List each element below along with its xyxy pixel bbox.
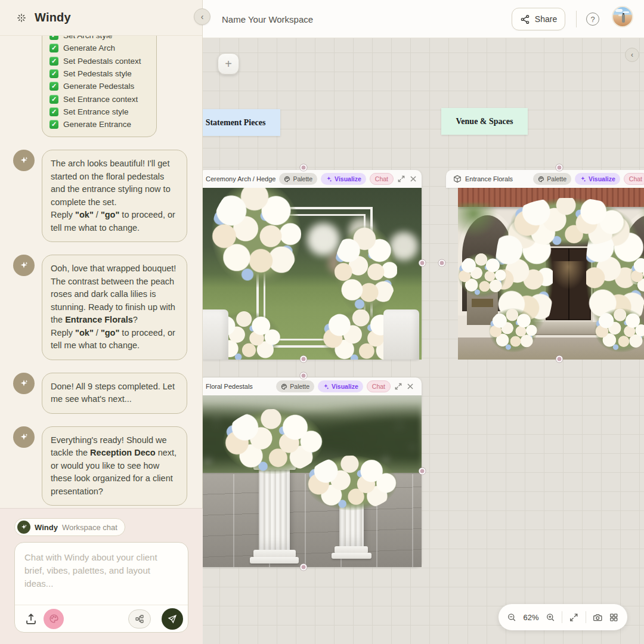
zoom-out-icon[interactable]: [507, 612, 517, 623]
chat-label: Chat: [375, 175, 388, 182]
expand-icon[interactable]: [397, 175, 405, 183]
workflow-button[interactable]: [128, 609, 151, 628]
card-image-floral-pedestals[interactable]: [203, 395, 422, 567]
palette-button[interactable]: Palette: [533, 173, 571, 185]
send-button[interactable]: [162, 608, 183, 630]
camera-icon[interactable]: [593, 612, 603, 623]
sparkle-icon: [19, 379, 29, 388]
connection-handle[interactable]: [301, 373, 307, 379]
card-header: Ceremony Arch / Hedge Palette Visualize …: [203, 170, 422, 188]
windy-sparkle-avatar: [13, 373, 35, 394]
visualize-button[interactable]: Visualize: [321, 173, 366, 185]
check-icon: ✓: [49, 57, 58, 66]
send-icon: [168, 614, 177, 624]
palette-quick-button[interactable]: [44, 609, 64, 629]
connection-handle[interactable]: [419, 260, 426, 267]
chat-button[interactable]: Chat: [624, 173, 644, 185]
checklist-item-label: Generate Arch: [63, 44, 115, 52]
checklist-item-label: Generate Pedestals: [63, 82, 134, 91]
palette-label: Palette: [290, 383, 309, 390]
checklist-item-label: Set Entrance style: [63, 107, 129, 116]
visualize-label: Visualize: [589, 175, 615, 182]
windy-sparkle-icon: [17, 521, 30, 534]
check-icon: ✓: [49, 69, 58, 78]
check-icon: ✓: [49, 95, 58, 104]
workspace-canvas[interactable]: + ‹ Statement Pieces Venue & Spaces Cere…: [203, 38, 644, 644]
checklist-item: ✓Generate Arch: [49, 42, 149, 54]
palette-icon: [538, 176, 544, 182]
card-floral-pedestals[interactable]: Floral Pedestals Palette Visualize Chat: [203, 377, 422, 567]
help-icon[interactable]: ?: [586, 13, 599, 26]
connection-handle[interactable]: [301, 165, 307, 171]
connection-handle[interactable]: [301, 564, 307, 571]
sparkle-wand-icon: [580, 176, 586, 182]
expand-icon[interactable]: [394, 382, 402, 391]
connection-handle[interactable]: [556, 165, 563, 171]
zoom-in-icon[interactable]: [546, 612, 556, 623]
pedestal-left: [259, 467, 290, 553]
checklist-item-label: Generate Entrance: [63, 120, 131, 129]
chat-button[interactable]: Chat: [367, 380, 391, 392]
connection-handle[interactable]: [301, 356, 307, 363]
card-image-ceremony-arch[interactable]: [203, 188, 422, 360]
fit-view-icon[interactable]: [569, 612, 579, 623]
checklist-item: ✓Set Pedestals style: [49, 67, 149, 80]
section-label-venue-spaces[interactable]: Venue & Spaces: [441, 108, 528, 135]
chat-message: Done! All 9 steps completed. Let me see …: [0, 373, 203, 414]
canvas-toolbar: 62%: [499, 604, 627, 630]
chair-right: [383, 309, 419, 360]
card-image-entrance-florals[interactable]: [458, 188, 644, 360]
card-title: Ceremony Arch / Hedge: [206, 175, 275, 182]
windy-logo-icon: [16, 12, 27, 24]
chat-bot-name: Windy: [35, 523, 58, 532]
card-entrance-florals[interactable]: Entrance Florals Palette Visualize Chat: [446, 170, 644, 360]
card-title: Floral Pedestals: [206, 383, 253, 390]
workspace-chat-pill[interactable]: Windy Workspace chat: [14, 518, 125, 536]
palette-icon: [49, 614, 59, 624]
upload-icon[interactable]: [24, 612, 38, 626]
message-bubble: Ooh, love that wrapped bouquet! The cont…: [42, 255, 187, 360]
card-ceremony-arch[interactable]: Ceremony Arch / Hedge Palette Visualize …: [203, 170, 422, 360]
chair-left: [203, 309, 228, 360]
share-button[interactable]: Share: [512, 8, 565, 30]
connection-handle[interactable]: [419, 468, 426, 475]
grid-view-icon[interactable]: [609, 612, 619, 623]
card-header: Entrance Florals Palette Visualize Chat: [446, 170, 644, 188]
windy-sparkle-avatar: [13, 255, 35, 276]
chat-context-label: Workspace chat: [62, 523, 117, 532]
close-icon[interactable]: [409, 175, 417, 183]
message-bubble: The arch looks beautiful! I'll get start…: [42, 150, 187, 242]
windy-sparkle-avatar: [13, 150, 35, 171]
sidebar: ✓Set Arch style✓Generate Arch✓Set Pedest…: [0, 0, 203, 644]
palette-label: Palette: [547, 175, 566, 182]
connection-handle[interactable]: [439, 260, 445, 267]
visualize-button[interactable]: Visualize: [575, 173, 620, 185]
chat-toolbar: [15, 605, 188, 632]
chat-message: Ooh, love that wrapped bouquet! The cont…: [0, 255, 203, 360]
windy-sparkle-avatar: [13, 426, 35, 448]
section-label-statement-pieces[interactable]: Statement Pieces: [203, 109, 280, 136]
checklist-item-label: Set Pedestals context: [63, 57, 141, 66]
user-avatar[interactable]: [612, 6, 633, 27]
workflow-nodes-icon: [135, 614, 144, 624]
chat-button[interactable]: Chat: [370, 173, 394, 185]
close-icon[interactable]: [406, 382, 414, 391]
checklist-item-label: Set Entrance context: [63, 95, 138, 104]
share-label: Share: [535, 14, 557, 24]
check-icon: ✓: [49, 120, 58, 129]
zoom-level[interactable]: 62%: [524, 613, 539, 622]
connection-handle[interactable]: [556, 356, 563, 363]
checklist-item: ✓Set Entrance context: [49, 92, 149, 105]
sidebar-header: Windy: [0, 0, 202, 36]
sparkle-wand-icon: [326, 176, 332, 182]
palette-button[interactable]: Palette: [276, 380, 314, 392]
palette-button[interactable]: Palette: [279, 173, 317, 185]
palette-icon: [284, 176, 290, 182]
add-node-button[interactable]: +: [218, 53, 239, 75]
topbar: Name Your Workspace Share ?: [203, 0, 644, 38]
chat-input[interactable]: [15, 543, 188, 606]
panel-collapse-right-button[interactable]: ‹: [625, 48, 639, 62]
workspace-name-input[interactable]: Name Your Workspace: [222, 0, 313, 38]
sidebar-collapse-button[interactable]: ‹: [194, 8, 210, 25]
visualize-button[interactable]: Visualize: [318, 380, 363, 392]
